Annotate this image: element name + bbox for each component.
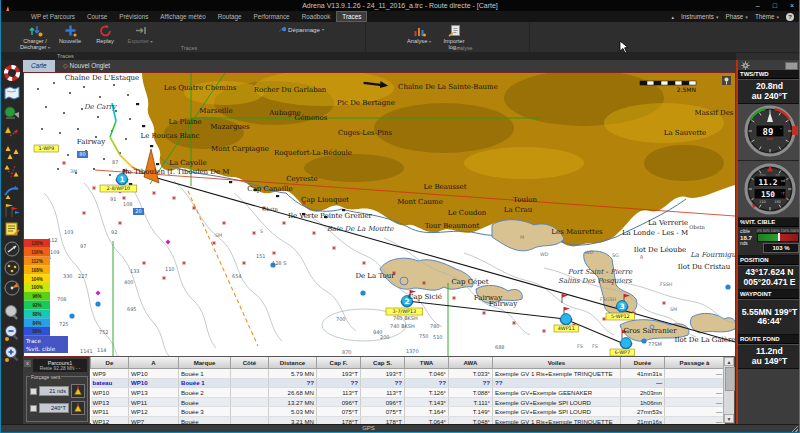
close-button[interactable]: × <box>790 0 794 11</box>
minimize-button[interactable]: – <box>756 0 760 11</box>
column-header-a[interactable]: A <box>129 357 179 369</box>
column-header-distance[interactable]: Distance <box>269 357 317 369</box>
panel-display-toggle[interactable] <box>785 62 798 70</box>
waypoint-tag[interactable]: 3-7/WP13 <box>386 308 423 315</box>
svg-text:108: 108 <box>123 201 133 207</box>
help-icon[interactable]: ? <box>786 13 794 21</box>
table-row[interactable]: WP11WP12Bouée 35.03 MN075°T075°TT.164°T.… <box>91 407 725 417</box>
waypoint-marker[interactable] <box>620 338 632 349</box>
wind-dir-field[interactable]: 240°T <box>39 403 69 413</box>
waypoint-tag[interactable]: 5-WP12 <box>606 313 635 320</box>
scroll-up-icon[interactable]: ▲ <box>724 357 734 366</box>
menu-tab-routage[interactable]: Routage <box>212 11 248 22</box>
pin-icon[interactable] <box>722 76 731 85</box>
menu-tab-pr-visions[interactable]: Prévisions <box>113 11 154 22</box>
chart-tab-nouvel-onglet[interactable]: ◇Nouvel Onglet <box>55 60 118 72</box>
svg-text:91: 91 <box>110 196 116 202</box>
table-row[interactable]: WP9WP10Bouée 15.79 MN193°T193°TT.046°T.0… <box>91 369 725 379</box>
wind-dial[interactable]: 89° <box>738 104 800 161</box>
sidebar-tool-zoom-out-icon[interactable] <box>3 324 21 342</box>
sidebar-tool-gray-magnifier-icon[interactable] <box>3 303 21 321</box>
column-header-twa[interactable]: TWA <box>405 357 449 369</box>
svg-text:Chaîne De L'Estaque: Chaîne De L'Estaque <box>65 74 140 82</box>
menu-tab-wp-et-parcours[interactable]: WP et Parcours <box>25 11 81 22</box>
svg-text:Ilot Du Cristau: Ilot Du Cristau <box>678 263 731 271</box>
svg-text:WD: WD <box>540 252 549 257</box>
waypoint-marker[interactable]: 3 <box>616 301 628 312</box>
column-header-de[interactable]: De <box>91 357 129 369</box>
sidebar-tool-cone-compass-icon[interactable] <box>3 279 21 297</box>
sidebar-tool-map-icon[interactable] <box>3 84 21 102</box>
wind-speed-field[interactable]: 21 nds <box>39 386 69 396</box>
wind-speed-buoy-button[interactable] <box>71 384 85 398</box>
sidebar-tool-flags-icon[interactable] <box>3 201 21 219</box>
table-row[interactable]: WP13WP11Bouée13.27 MN096°T096°TT.143°T.1… <box>91 397 725 407</box>
column-header-voiles[interactable]: Voiles <box>493 357 621 369</box>
column-header-dur-e[interactable]: Durée <box>621 357 665 369</box>
analyse-button[interactable]: Analyse ▾ <box>403 23 435 45</box>
svg-text:La Verrerie: La Verrerie <box>648 219 688 227</box>
chart-tab-carte[interactable]: Carte <box>23 60 55 72</box>
sidebar-tool-dots-compass-icon[interactable] <box>3 259 21 277</box>
gear-icon[interactable] <box>741 61 750 70</box>
maximize-button[interactable]: □ <box>773 0 777 11</box>
menu-tab-affichage-m-t-o[interactable]: Affichage météo <box>154 11 211 22</box>
wind-speed-checkbox[interactable] <box>30 388 37 395</box>
chart-canvas[interactable]: 1231-WP92-8/WP103-7/WP135-WP124WP116-WP7… <box>24 73 735 356</box>
sidebar-tool-route-arrow-icon[interactable] <box>3 182 21 200</box>
menu-tab-traces[interactable]: Traces <box>336 11 367 22</box>
svg-text:nd: nd <box>781 179 785 183</box>
menu-tab-performance[interactable]: Performance <box>248 11 296 22</box>
nouvelle-button[interactable]: Nouvelle <box>54 23 86 44</box>
parcours-header: Parcours1 Reste 92.28 MN - - <box>33 359 87 372</box>
close-icon[interactable]: x <box>24 360 31 367</box>
sounding-dot <box>360 290 365 295</box>
waypoint-tag[interactable]: 1-WP9 <box>34 145 59 152</box>
exporter-button[interactable]: Exporter ▾ <box>124 23 156 45</box>
nautical-chart[interactable]: 1231-WP92-8/WP103-7/WP135-WP124WP116-WP7… <box>23 72 736 357</box>
tws-twd-value: 20.8nd au 240°T <box>738 79 800 104</box>
traces-strip-label: Traces <box>57 52 74 60</box>
column-header-cap-f[interactable]: Cap F. <box>317 357 361 369</box>
waypoint-tag[interactable]: 6-WP7 <box>610 349 635 356</box>
sidebar-tool-logbook-icon[interactable] <box>3 220 21 238</box>
waypoint-tag[interactable]: 4WP11 <box>554 325 579 332</box>
sidebar-tool-buoy-arrow-icon[interactable] <box>3 124 21 142</box>
sidebar-tool-bearing-compass-icon[interactable] <box>3 240 21 258</box>
waypoint-tag[interactable]: 2-8/WP10 <box>100 185 137 192</box>
svg-text:Fairway: Fairway <box>489 300 517 308</box>
svg-text:Le Beausset: Le Beausset <box>423 183 466 191</box>
waypoint-marker[interactable] <box>560 314 572 325</box>
sidebar-tool-course-marks-icon[interactable] <box>3 163 21 181</box>
menu-tab-course[interactable]: Course <box>81 11 113 22</box>
collapse-ribbon-icon[interactable]: ▴ <box>672 12 675 23</box>
column-header-c-t[interactable]: Côté <box>231 357 269 369</box>
depannage-button[interactable]: Dépannage ▾ <box>277 25 324 34</box>
svg-text:104%: 104% <box>31 277 43 282</box>
column-header-cap-s[interactable]: Cap S. <box>361 357 405 369</box>
svg-text:Les Quatre Chemins: Les Quatre Chemins <box>164 84 237 92</box>
wind-dir-buoy-button[interactable] <box>71 401 85 415</box>
table-scrollbar[interactable]: ▲ ▼ <box>723 357 734 423</box>
compass-dial[interactable]: 306012015021024030033011.2nd150°T <box>738 161 800 218</box>
menu-tab-roadbook[interactable]: Roadbook <box>296 11 337 22</box>
svg-text:708: 708 <box>57 296 67 302</box>
sidebar-tool-buoys-icon[interactable] <box>3 144 21 162</box>
scroll-down-icon[interactable]: ▼ <box>724 414 734 423</box>
column-header-awa[interactable]: AWA <box>449 357 493 369</box>
sidebar-tool-lifebuoy-icon[interactable] <box>3 64 21 82</box>
sidebar-tool-zoom-in-icon[interactable] <box>3 345 21 363</box>
table-row[interactable]: WP10WP13Bouée 226.68 MN113°T113°TT.126°T… <box>91 388 725 398</box>
column-header-passage[interactable]: Passage à <box>665 357 725 369</box>
wind-dir-checkbox[interactable] <box>30 405 37 412</box>
table-row[interactable]: bateauWP10Bouée 1????????????— <box>91 378 725 388</box>
vit-cible-caption: %VIT. CIBLE <box>738 218 800 227</box>
replay-button[interactable]: Replay <box>89 23 121 44</box>
scroll-thumb[interactable] <box>725 367 735 391</box>
column-header-marque[interactable]: Marque <box>179 357 231 369</box>
svg-text:Fairway: Fairway <box>77 138 105 146</box>
svg-text:3-7/WP13: 3-7/WP13 <box>393 308 417 314</box>
svg-text:80: 80 <box>79 151 85 157</box>
svg-text:780: 780 <box>430 323 440 329</box>
sidebar-tool-regatta-icon[interactable] <box>3 104 21 122</box>
